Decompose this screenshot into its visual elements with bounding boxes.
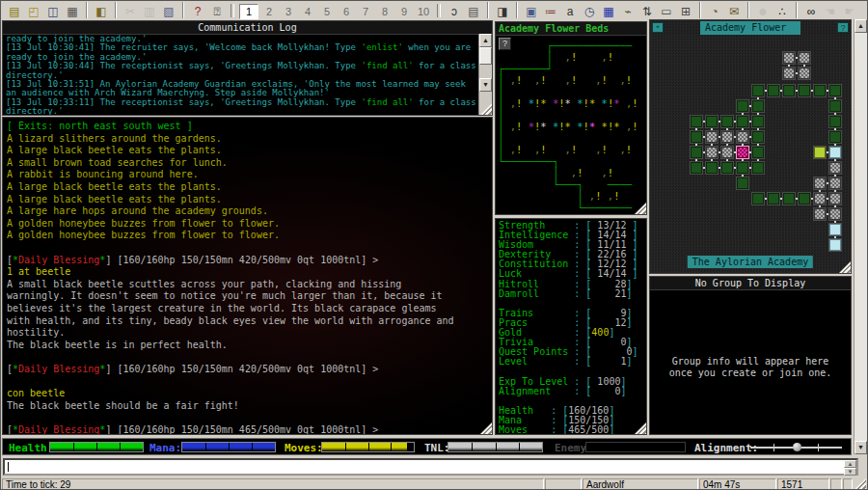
map-room[interactable] (721, 162, 733, 174)
map-room[interactable] (737, 100, 748, 112)
world-button-8[interactable]: 8 (376, 5, 393, 18)
world-button-6[interactable]: 6 (338, 5, 355, 18)
area-map-canvas[interactable]: The Aylorian Academy (650, 35, 851, 273)
communication-log-scrollbar[interactable]: ▲ ▼ (478, 34, 492, 115)
window-resize-grip[interactable] (854, 478, 866, 490)
map-room[interactable] (799, 193, 810, 204)
map-help-button[interactable]: ? (837, 22, 849, 33)
paw-prints-icon[interactable]: ∴ (773, 5, 791, 19)
map-room[interactable] (721, 131, 733, 143)
map-room[interactable] (829, 85, 841, 96)
map-room[interactable] (752, 85, 764, 96)
map-room[interactable] (706, 162, 718, 174)
context-help-icon[interactable]: ⍰ (208, 5, 226, 19)
map-room[interactable] (814, 177, 826, 189)
world-button-10[interactable]: 10 (415, 5, 432, 18)
map-room[interactable] (829, 208, 841, 220)
output-resize-grip[interactable] (480, 422, 492, 434)
spin-up-icon[interactable]: ▲ (844, 460, 856, 468)
redo-icon[interactable]: ↄ (446, 5, 463, 19)
map-room[interactable] (829, 239, 841, 251)
map-room[interactable] (737, 116, 748, 127)
current-room[interactable] (737, 147, 748, 158)
speedwalk-icon[interactable]: ◔ (706, 5, 723, 19)
map-room[interactable] (752, 147, 764, 158)
map-room[interactable] (706, 131, 718, 143)
open-file-icon[interactable]: ◰ (25, 5, 42, 19)
commlog-resize-grip[interactable] (480, 103, 492, 115)
scroll-down-icon[interactable]: ▼ (854, 441, 867, 454)
map-room[interactable] (706, 116, 718, 127)
sound-icon[interactable]: ◨ (494, 5, 511, 19)
log-file-icon[interactable]: ▤ (465, 5, 482, 19)
map-room[interactable] (814, 85, 826, 96)
map-room[interactable] (829, 177, 841, 189)
map-room[interactable] (829, 131, 841, 143)
map-room[interactable] (691, 147, 702, 158)
map-room[interactable] (752, 116, 764, 127)
binoculars-icon[interactable]: ∞ (802, 5, 820, 19)
command-input[interactable] (5, 460, 843, 474)
world-button-4[interactable]: 4 (299, 5, 316, 18)
timers-icon[interactable]: ◷ (581, 5, 598, 19)
map-room[interactable] (829, 100, 841, 112)
map-room[interactable] (691, 162, 702, 174)
scroll-down-icon[interactable]: ▼ (479, 78, 492, 92)
map-room[interactable] (814, 208, 826, 220)
map-room[interactable] (829, 193, 841, 204)
map-room[interactable] (814, 147, 826, 158)
window-scrollbar[interactable]: ▲ ▼ (854, 19, 867, 454)
map-room[interactable] (814, 193, 826, 204)
edit-world-icon[interactable]: ◧ (93, 5, 110, 19)
map-room[interactable] (737, 177, 748, 189)
spin-down-icon[interactable]: ▼ (844, 468, 856, 476)
map-room[interactable] (799, 85, 810, 96)
paste-icon[interactable]: ▧ (160, 5, 177, 19)
scroll-up-icon[interactable]: ▲ (479, 34, 492, 47)
grid-icon[interactable]: ⊞ (677, 5, 694, 19)
map-room[interactable] (737, 162, 748, 174)
alignment-handle[interactable] (793, 443, 801, 451)
world-properties-icon[interactable]: ▣ (523, 5, 540, 19)
map-room[interactable] (752, 131, 764, 143)
map-room[interactable] (783, 85, 795, 96)
triggers-icon[interactable]: ≔ (542, 5, 559, 19)
world-button-9[interactable]: 9 (395, 5, 413, 18)
aliases-icon[interactable]: a (561, 5, 579, 19)
print-icon[interactable]: ▦ (64, 5, 81, 19)
help-icon[interactable]: ? (189, 5, 206, 19)
map-room[interactable] (752, 162, 764, 174)
map-room[interactable] (737, 131, 748, 143)
map-room[interactable] (783, 193, 795, 204)
scrollbar-thumb[interactable] (479, 47, 492, 65)
map-room[interactable] (706, 147, 718, 158)
send-file-icon[interactable]: ✉ (725, 5, 743, 19)
map-room[interactable] (768, 193, 779, 204)
map-minimize-button[interactable]: * (652, 22, 664, 33)
map-room[interactable] (752, 100, 764, 112)
map-room[interactable] (752, 193, 764, 204)
output-window-icon[interactable]: ▭ (658, 5, 675, 19)
map-room[interactable] (829, 116, 841, 127)
map-room[interactable] (721, 116, 733, 127)
map-room[interactable] (829, 224, 841, 235)
mouse-icon[interactable]: ⌁ (619, 5, 637, 19)
save-icon[interactable]: ◫ (44, 5, 62, 19)
alignment-slider[interactable] (750, 439, 842, 456)
world-button-3[interactable]: 3 (280, 5, 297, 18)
scroll-up-icon[interactable]: ▲ (854, 19, 867, 33)
world-button-5[interactable]: 5 (318, 5, 336, 18)
map-room[interactable] (768, 85, 779, 96)
world-button-1[interactable]: 1 (239, 4, 258, 19)
world-button-7[interactable]: 7 (357, 5, 374, 18)
sort-icon[interactable]: ⇅ (638, 5, 656, 19)
input-history-spinner[interactable]: ▲ ▼ (844, 460, 856, 474)
map-room[interactable] (799, 68, 810, 79)
map-room[interactable] (829, 162, 841, 174)
map-room[interactable] (691, 116, 702, 127)
map-room[interactable] (721, 147, 733, 158)
map-room[interactable] (783, 68, 795, 79)
new-file-icon[interactable]: ▤ (6, 5, 23, 19)
map-room[interactable] (783, 52, 795, 64)
map-room[interactable] (691, 131, 702, 143)
